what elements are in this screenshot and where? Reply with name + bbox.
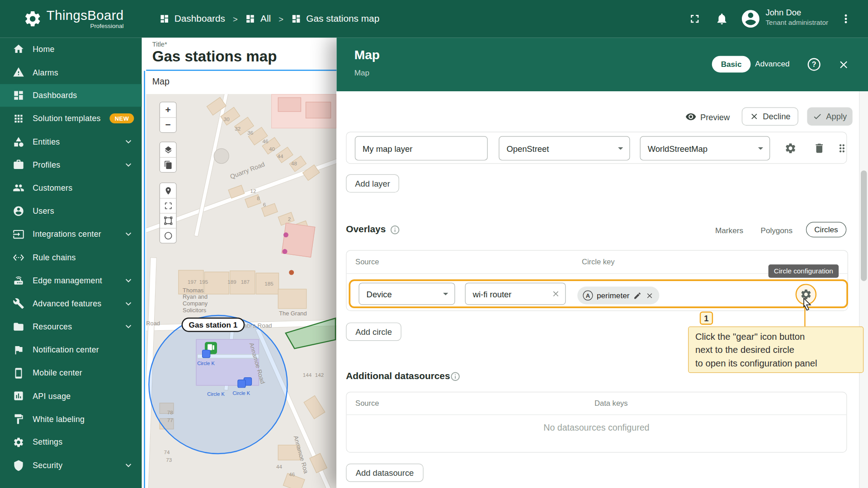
sidebar-item-resources[interactable]: Resources — [0, 315, 142, 338]
map-widget[interactable]: Gas station 1 Circle K Circle K Circle K… — [146, 94, 336, 488]
breadcrumb-all[interactable]: All — [245, 13, 271, 24]
breadcrumb: Dashboards > All > Gas stations map — [160, 0, 380, 38]
help-button[interactable]: ? — [808, 58, 821, 71]
chevron-down-icon — [123, 136, 134, 147]
edit-pencil-icon[interactable] — [633, 291, 642, 300]
sidebar-item-settings[interactable]: Settings — [0, 431, 142, 454]
brand-subtitle: Professional — [47, 23, 124, 29]
decline-button[interactable]: Decline — [742, 108, 798, 126]
breadcrumb-dashboards[interactable]: Dashboards — [160, 13, 225, 24]
dropdown-caret-icon — [439, 288, 452, 300]
map-round-building — [214, 148, 229, 164]
fullscreen-icon[interactable] — [688, 12, 701, 25]
preview-button[interactable]: Preview — [685, 108, 730, 125]
add-datasource-button[interactable]: Add datasource — [346, 464, 423, 482]
advanced-mode-toggle[interactable]: Advanced — [755, 59, 789, 68]
notifications-bell-icon[interactable] — [715, 12, 728, 25]
zoom-out-button[interactable]: − — [160, 117, 176, 132]
circle-entity-input[interactable]: wi-fi router — [465, 283, 566, 305]
sidebar-item-users[interactable]: Users — [0, 200, 142, 223]
circle-source-select[interactable]: Device — [359, 283, 455, 305]
layer-settings-gear-icon[interactable] — [784, 142, 797, 155]
layer-delete-trash-icon[interactable] — [813, 142, 826, 155]
clear-input-icon[interactable] — [552, 289, 561, 298]
rule-chains-icon — [13, 252, 24, 263]
sidebar-item-dashboards[interactable]: Dashboards — [0, 84, 142, 107]
tab-polygons[interactable]: Polygons — [760, 226, 793, 235]
callout-line: next to the desired circle — [695, 343, 856, 356]
map-polygon-overlay[interactable] — [284, 316, 336, 351]
circle-configuration-tooltip: Circle configuration — [769, 264, 839, 277]
user-info[interactable]: John Doe Tenant administrator — [765, 7, 828, 28]
sidebar-item-label: Resources — [33, 322, 72, 331]
circle-k-label: Circle K — [225, 390, 258, 396]
draw-polygon-button[interactable] — [160, 213, 176, 228]
circle-k-marker[interactable]: Circle K — [225, 380, 258, 396]
select-area-button[interactable] — [160, 198, 176, 213]
decline-label: Decline — [763, 112, 790, 121]
sidebar-item-label: Home — [33, 45, 54, 54]
drawer-body: Preview Decline Apply My map layer OpenS… — [336, 91, 868, 488]
layers-list: My map layer OpenStreet WorldStreetMap — [346, 131, 847, 164]
column-header-source: Source — [355, 399, 379, 407]
tab-markers[interactable]: Markers — [715, 226, 743, 235]
zoom-out-glyph: − — [165, 119, 171, 130]
avatar[interactable] — [740, 8, 761, 29]
sidebar-item-notification-center[interactable]: Notification center — [0, 338, 142, 361]
map-circle-overlay[interactable] — [148, 315, 288, 455]
sidebar-item-label: Alarms — [33, 68, 58, 77]
scrollbar-track[interactable] — [859, 91, 868, 488]
column-header-circle-key: Circle key — [582, 258, 615, 266]
sidebar-item-alarms[interactable]: Alarms — [0, 61, 142, 84]
zoom-in-button[interactable]: + — [160, 103, 176, 117]
basic-mode-toggle[interactable]: Basic — [712, 56, 751, 73]
layers-button[interactable] — [160, 142, 176, 157]
apply-button[interactable]: Apply — [807, 108, 852, 126]
sidebar-item-edge-management[interactable]: Edge management — [0, 269, 142, 292]
info-icon — [450, 371, 461, 382]
circle-key-chip[interactable]: A perimeter — [577, 286, 659, 304]
dropdown-caret-icon — [614, 142, 627, 155]
map-poi-label: The Grand — [279, 310, 307, 317]
map-provider-select[interactable]: OpenStreet — [499, 136, 630, 160]
layer-drag-handle-icon[interactable] — [836, 142, 848, 155]
sidebar-item-security[interactable]: Security — [0, 454, 142, 477]
sidebar: Home Alarms Dashboards Solution template… — [0, 38, 142, 488]
sidebar-item-rule-chains[interactable]: Rule chains — [0, 246, 142, 269]
draw-circle-button[interactable] — [160, 228, 176, 243]
place-marker-button[interactable] — [160, 183, 176, 198]
pages-button[interactable] — [160, 157, 176, 172]
tab-circles[interactable]: Circles — [806, 222, 846, 237]
sidebar-item-solution-templates[interactable]: Solution templates NEW — [0, 107, 142, 130]
add-layer-button[interactable]: Add layer — [346, 174, 399, 192]
layer-name-input[interactable]: My map layer — [355, 136, 488, 160]
sidebar-item-home[interactable]: Home — [0, 38, 142, 61]
sidebar-item-profiles[interactable]: Profiles — [0, 153, 142, 176]
sidebar-item-label: Solution templates — [33, 114, 100, 123]
add-circle-button[interactable]: Add circle — [346, 323, 401, 341]
sidebar-item-white-labeling[interactable]: White labeling — [0, 408, 142, 431]
sidebar-item-mobile-center[interactable]: Mobile center — [0, 361, 142, 385]
dashboard-title-input[interactable]: Gas stations map — [152, 48, 277, 66]
sidebar-item-api-usage[interactable]: API usage — [0, 385, 142, 408]
shield-icon — [13, 460, 24, 471]
gas-station-tooltip-chip[interactable]: Gas station 1 — [182, 318, 245, 332]
sidebar-item-integrations-center[interactable]: Integrations center — [0, 223, 142, 246]
remove-key-icon[interactable] — [646, 291, 654, 300]
more-menu-icon[interactable] — [839, 12, 852, 25]
scrollbar-thumb[interactable] — [861, 170, 867, 281]
breadcrumb-current[interactable]: Gas stations map — [291, 13, 379, 24]
circle-k-marker[interactable]: Circle K — [189, 350, 222, 366]
brand-name: ThingsBoard — [47, 8, 124, 23]
brand-logo[interactable]: ThingsBoard Professional — [23, 8, 123, 29]
user-circle-icon — [13, 205, 24, 217]
close-icon[interactable] — [838, 59, 850, 71]
map-building — [306, 102, 331, 118]
tile-style-select[interactable]: WorldStreetMap — [640, 136, 770, 160]
sidebar-item-entities[interactable]: Entities — [0, 130, 142, 153]
widget-config-drawer: Map Map Basic Advanced ? Preview Decline… — [336, 38, 868, 488]
sidebar-item-customers[interactable]: Customers — [0, 176, 142, 199]
layers-control — [160, 141, 177, 173]
map-number: 36 — [247, 130, 253, 136]
sidebar-item-advanced-features[interactable]: Advanced features — [0, 292, 142, 315]
